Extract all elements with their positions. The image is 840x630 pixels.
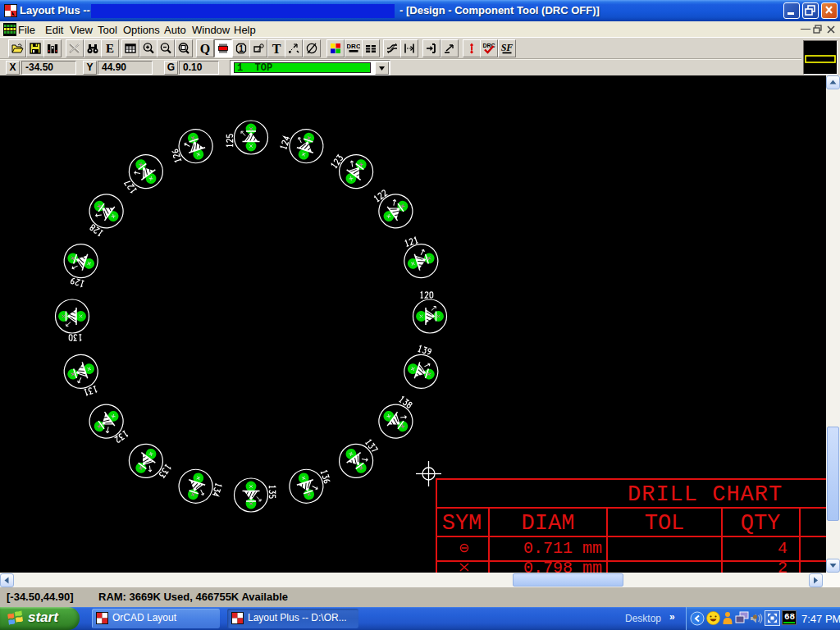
svg-text:4: 4 [778, 539, 788, 558]
svg-text:2: 2 [778, 559, 788, 573]
svg-text:TOL: TOL [645, 511, 685, 536]
svg-text:SF: SF [500, 42, 513, 53]
svg-text:Q: Q [200, 42, 210, 55]
svg-text:DIAM: DIAM [522, 511, 575, 536]
svg-text:E: E [106, 42, 114, 55]
svg-text:1: 1 [239, 44, 244, 53]
svg-text:0.798 mm: 0.798 mm [523, 559, 602, 573]
svg-text:0.711 mm: 0.711 mm [523, 539, 602, 558]
svg-text:DRC: DRC [347, 43, 360, 50]
svg-text:T: T [272, 42, 281, 55]
svg-text:DRILL CHART: DRILL CHART [628, 482, 783, 507]
svg-text:SYM: SYM [442, 511, 482, 536]
svg-text:QTY: QTY [741, 511, 781, 536]
